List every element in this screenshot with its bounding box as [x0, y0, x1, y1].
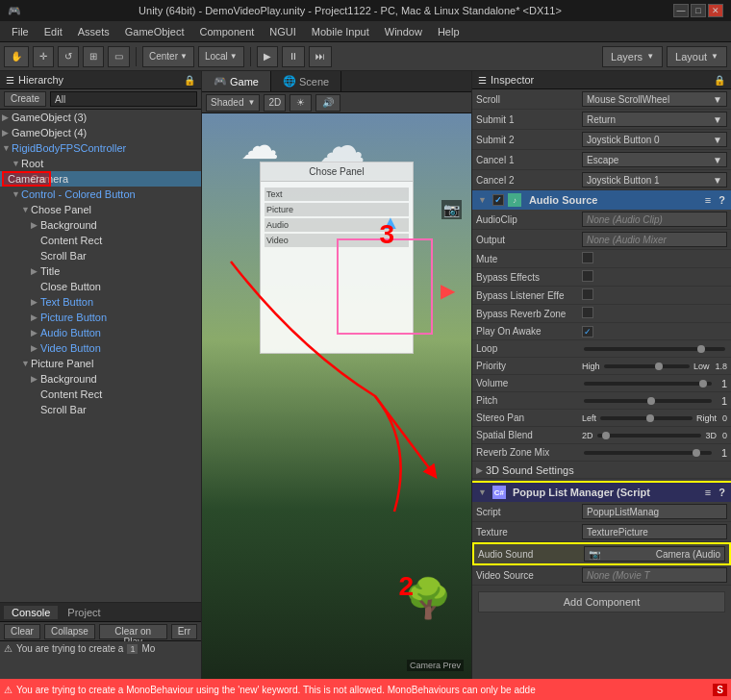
tree-item-camera[interactable]: Camera Camera — [0, 171, 201, 187]
step-button[interactable]: ⏭ — [309, 46, 332, 67]
tree-item-scroll-bar2[interactable]: Scroll Bar — [0, 402, 201, 417]
tree-item-control-button[interactable]: ▼ Control - Colored Button — [0, 187, 201, 202]
tab-scene[interactable]: 🌐 Scene — [271, 71, 341, 91]
sound-settings-row[interactable]: ▶ 3D Sound Settings — [472, 462, 731, 479]
audioclip-value: None (Audio Clip) — [587, 214, 663, 225]
bypass-reverb-checkbox[interactable] — [582, 307, 593, 318]
audio-source-help[interactable]: ? — [718, 194, 725, 206]
tree-item-gameobject3[interactable]: ▶ GameObject (3) — [0, 110, 201, 125]
left-panel: ☰ Hierarchy 🔒 Create ▶ GameObject (3) ▶ … — [0, 71, 202, 679]
tree-item-root[interactable]: ▼ Root — [0, 156, 201, 171]
tree-item-picture-button[interactable]: ▶ Picture Button — [0, 310, 201, 325]
cancel1-dropdown[interactable]: Escape ▼ — [582, 152, 727, 167]
btn-text[interactable]: Text — [265, 188, 409, 201]
loop-track[interactable] — [584, 347, 725, 351]
menu-file[interactable]: File — [4, 24, 37, 39]
add-component-button[interactable]: Add Component — [478, 591, 725, 612]
clear-on-play-button[interactable]: Clear on Play — [99, 624, 167, 639]
close-button[interactable]: ✕ — [708, 4, 723, 17]
clear-button[interactable]: Clear — [4, 624, 40, 639]
rotate-tool-button[interactable]: ↺ — [58, 46, 79, 67]
pitch-track[interactable] — [584, 399, 712, 403]
move-tool-button[interactable]: ✛ — [33, 46, 54, 67]
submit2-dropdown[interactable]: Joystick Button 0 ▼ — [582, 132, 727, 147]
inspector-header: ☰ Inspector 🔒 — [472, 71, 731, 89]
tree-item-audio-button[interactable]: ▶ Audio Button — [0, 325, 201, 340]
rect-tool-button[interactable]: ▭ — [108, 46, 130, 67]
error-button[interactable]: Err — [171, 624, 197, 639]
popup-script-menu[interactable]: ≡ — [705, 487, 711, 498]
menu-window[interactable]: Window — [377, 24, 430, 39]
minimize-button[interactable]: — — [673, 4, 689, 17]
video-source-field[interactable]: None (Movie T — [582, 567, 727, 583]
submit1-dropdown[interactable]: Return ▼ — [582, 112, 727, 127]
script-field[interactable]: PopupListManag — [582, 504, 727, 519]
texture-field[interactable]: TexturePicture — [582, 524, 727, 539]
menu-assets[interactable]: Assets — [70, 24, 117, 39]
tree-item-background1[interactable]: ▶ Background — [0, 217, 201, 233]
spatial-num: 0 — [722, 431, 727, 440]
tree-item-picture-panel[interactable]: ▼ Picture Panel — [0, 356, 201, 371]
tab-project[interactable]: Project — [60, 606, 108, 619]
tree-item-content-rect2[interactable]: Content Rect — [0, 387, 201, 402]
lighting-button[interactable]: ☀ — [290, 94, 312, 112]
menu-ngui[interactable]: NGUI — [262, 24, 304, 39]
game-view-content[interactable]: ☁ ☁ Chose Panel Text Picture Audio Video — [202, 113, 471, 679]
hand-tool-button[interactable]: ✋ — [4, 46, 29, 67]
menu-edit[interactable]: Edit — [37, 24, 70, 39]
reverb-track[interactable] — [584, 451, 712, 455]
menu-gameobject[interactable]: GameObject — [117, 24, 192, 39]
center-button[interactable]: Center ▼ — [142, 46, 194, 67]
btn-picture[interactable]: Picture — [265, 203, 409, 216]
tab-game[interactable]: 🎮 Game — [202, 71, 271, 91]
tree-item-scroll-bar1[interactable]: Scroll Bar — [0, 248, 201, 263]
menu-help[interactable]: Help — [430, 24, 467, 39]
tree-item-title[interactable]: ▶ Title — [0, 263, 201, 279]
scroll-dropdown[interactable]: Mouse ScrollWheel ▼ — [582, 91, 727, 107]
audio-enable-checkbox[interactable]: ✓ — [492, 194, 504, 206]
popup-script-help[interactable]: ? — [718, 487, 725, 498]
layers-dropdown[interactable]: Layers ▼ — [602, 46, 663, 67]
tree-item-chose-panel[interactable]: ▼ Chose Panel — [0, 202, 201, 217]
tree-item-rigidbody[interactable]: ▼ RigidBodyFPSController — [0, 140, 201, 156]
hierarchy-toolbar: Create — [0, 89, 201, 110]
menu-component[interactable]: Component — [191, 24, 262, 39]
audioclip-field[interactable]: None (Audio Clip) — [582, 212, 727, 227]
hierarchy-search[interactable] — [50, 91, 197, 107]
audio-source-menu[interactable]: ≡ — [705, 194, 711, 206]
cancel2-dropdown[interactable]: Joystick Button 1 ▼ — [582, 172, 727, 188]
local-button[interactable]: Local ▼ — [198, 46, 244, 67]
tree-item-gameobject4[interactable]: ▶ GameObject (4) — [0, 125, 201, 140]
audio-toggle[interactable]: 🔊 — [315, 94, 340, 112]
tree-item-content-rect1[interactable]: Content Rect — [0, 233, 201, 248]
spatial-track[interactable] — [597, 434, 702, 438]
bypass-effects-checkbox[interactable] — [582, 270, 593, 282]
tree-item-video-button[interactable]: ▶ Video Button — [0, 340, 201, 356]
layout-dropdown[interactable]: Layout ▼ — [667, 46, 727, 67]
priority-track[interactable] — [604, 364, 690, 368]
maximize-button[interactable]: □ — [691, 4, 706, 17]
tree-item-close-button[interactable]: Close Button — [0, 279, 201, 294]
play-on-awake-checkbox[interactable]: ✓ — [582, 326, 593, 338]
tree-item-text-button[interactable]: ▶ Text Button — [0, 294, 201, 310]
bypass-listener-checkbox[interactable] — [582, 288, 593, 300]
tab-console[interactable]: Console — [4, 606, 58, 619]
popup-script-header[interactable]: ▼ C# Popup List Manager (Script ≡ ? — [472, 481, 731, 502]
create-button[interactable]: Create — [4, 91, 46, 107]
volume-track[interactable] — [584, 382, 712, 386]
pause-button[interactable]: ⏸ — [282, 46, 305, 67]
play-button[interactable]: ▶ — [257, 46, 278, 67]
audio-sound-field[interactable]: 📷 Camera (Audio — [584, 546, 725, 562]
toolbar: ✋ ✛ ↺ ⊞ ▭ Center ▼ Local ▼ ▶ ⏸ ⏭ Layers … — [0, 42, 731, 71]
2d-button[interactable]: 2D — [264, 94, 286, 112]
tree-item-background2[interactable]: ▶ Background — [0, 371, 201, 387]
audio-source-header[interactable]: ▼ ✓ ♪ Audio Source ≡ ? — [472, 190, 731, 210]
reverb-slider-row: 1 — [582, 447, 727, 459]
menu-mobile-input[interactable]: Mobile Input — [304, 24, 377, 39]
stereo-track[interactable] — [600, 416, 693, 420]
output-field[interactable]: None (Audio Mixer — [582, 232, 727, 247]
mute-checkbox[interactable] — [582, 252, 593, 263]
collapse-button[interactable]: Collapse — [44, 624, 95, 639]
scale-tool-button[interactable]: ⊞ — [83, 46, 104, 67]
shaded-dropdown[interactable]: Shaded ▼ — [206, 94, 260, 112]
